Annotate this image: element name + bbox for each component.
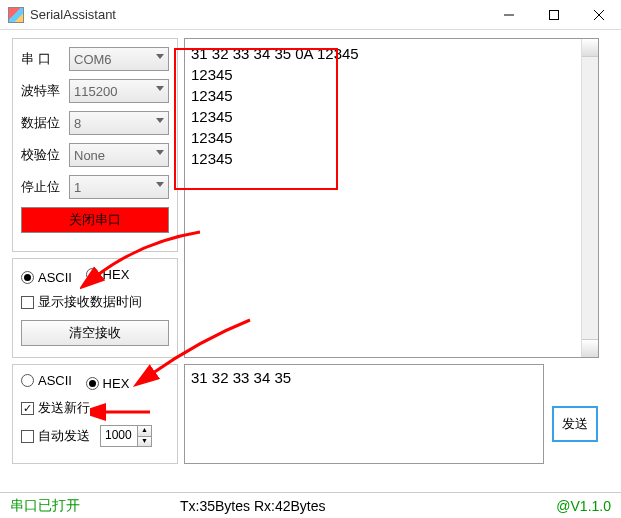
parity-combo[interactable]: None bbox=[69, 143, 169, 167]
databits-label: 数据位 bbox=[21, 114, 69, 132]
close-window-button[interactable] bbox=[576, 1, 621, 29]
baud-combo[interactable]: 115200 bbox=[69, 79, 169, 103]
app-icon bbox=[8, 7, 24, 23]
tx-hex-radio[interactable]: HEX bbox=[86, 376, 130, 391]
spin-up-icon[interactable]: ▲ bbox=[137, 426, 151, 437]
rx-ascii-radio[interactable]: ASCII bbox=[21, 270, 72, 285]
port-status: 串口已打开 bbox=[10, 497, 180, 515]
byte-counter: Tx:35Bytes Rx:42Bytes bbox=[180, 498, 556, 514]
auto-send-interval[interactable]: 1000 ▲▼ bbox=[100, 425, 152, 447]
rx-line: 12345 bbox=[191, 127, 592, 148]
parity-label: 校验位 bbox=[21, 146, 69, 164]
rx-line: 31 32 33 34 35 0A 12345 bbox=[191, 43, 592, 64]
rx-line: 12345 bbox=[191, 148, 592, 169]
chevron-down-icon bbox=[156, 54, 164, 59]
close-port-button[interactable]: 关闭串口 bbox=[21, 207, 169, 233]
chevron-down-icon bbox=[156, 86, 164, 91]
tx-options-group: ASCII HEX 发送新行 自动发送 1000 ▲▼ bbox=[12, 364, 178, 464]
rx-line: 12345 bbox=[191, 85, 592, 106]
maximize-button[interactable] bbox=[531, 1, 576, 29]
scrollbar-vertical[interactable] bbox=[581, 39, 598, 357]
rx-line: 12345 bbox=[191, 64, 592, 85]
databits-combo[interactable]: 8 bbox=[69, 111, 169, 135]
chevron-down-icon bbox=[156, 182, 164, 187]
spin-down-icon[interactable]: ▼ bbox=[137, 437, 151, 447]
tx-ascii-radio[interactable]: ASCII bbox=[21, 373, 72, 388]
status-bar: 串口已打开 Tx:35Bytes Rx:42Bytes @V1.1.0 bbox=[0, 492, 621, 518]
rx-line: 12345 bbox=[191, 106, 592, 127]
minimize-button[interactable] bbox=[486, 1, 531, 29]
port-label: 串 口 bbox=[21, 50, 69, 68]
window-title: SerialAssistant bbox=[30, 7, 116, 22]
chevron-down-icon bbox=[156, 118, 164, 123]
svg-rect-1 bbox=[549, 10, 558, 19]
stopbits-combo[interactable]: 1 bbox=[69, 175, 169, 199]
clear-rx-button[interactable]: 清空接收 bbox=[21, 320, 169, 346]
chevron-down-icon bbox=[156, 150, 164, 155]
version-label: @V1.1.0 bbox=[556, 498, 611, 514]
auto-send-checkbox[interactable]: 自动发送 bbox=[21, 427, 90, 445]
tx-textarea[interactable]: 31 32 33 34 35 bbox=[184, 364, 544, 464]
rx-textarea[interactable]: 31 32 33 34 35 0A 12345 12345 12345 1234… bbox=[184, 38, 599, 358]
baud-label: 波特率 bbox=[21, 82, 69, 100]
show-time-checkbox[interactable]: 显示接收数据时间 bbox=[21, 293, 142, 311]
title-bar: SerialAssistant bbox=[0, 0, 621, 30]
send-newline-checkbox[interactable]: 发送新行 bbox=[21, 399, 90, 417]
rx-options-group: ASCII HEX 显示接收数据时间 清空接收 bbox=[12, 258, 178, 358]
stopbits-label: 停止位 bbox=[21, 178, 69, 196]
send-button[interactable]: 发送 bbox=[552, 406, 598, 442]
serial-settings-group: 串 口 COM6 波特率 115200 数据位 8 校验位 None 停止位 1… bbox=[12, 38, 178, 252]
port-combo[interactable]: COM6 bbox=[69, 47, 169, 71]
rx-hex-radio[interactable]: HEX bbox=[86, 267, 130, 282]
